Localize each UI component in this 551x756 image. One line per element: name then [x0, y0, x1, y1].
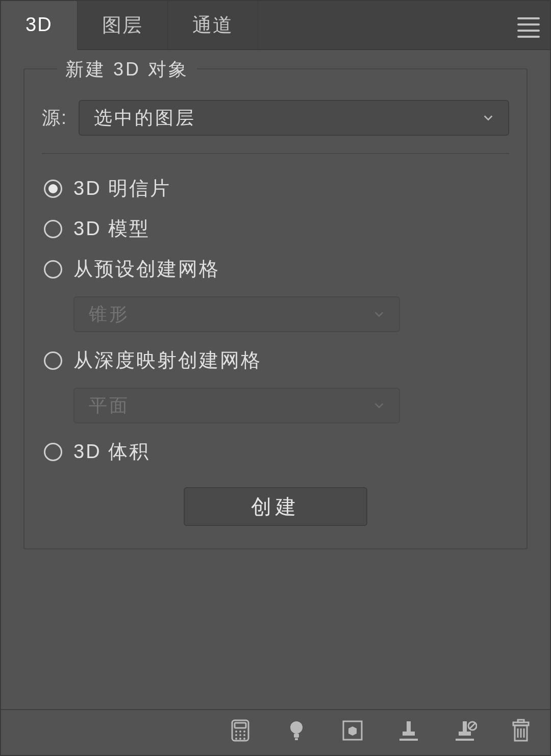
tab-channels[interactable]: 通道	[168, 1, 258, 49]
radio-3d-postcard[interactable]: 3D 明信片	[42, 168, 509, 209]
depth-shape-row: 平面	[73, 388, 509, 423]
svg-marker-15	[348, 726, 357, 736]
radio-label: 3D 体积	[73, 439, 150, 465]
source-select-value: 选中的图层	[94, 106, 196, 131]
svg-point-10	[243, 738, 245, 740]
svg-point-2	[235, 730, 237, 733]
source-label: 源:	[42, 106, 67, 131]
add-to-ground-icon[interactable]	[395, 717, 422, 744]
radio-icon	[44, 260, 62, 279]
svg-point-9	[239, 738, 241, 740]
svg-rect-1	[235, 723, 246, 728]
svg-rect-17	[403, 732, 415, 736]
preset-shape-row: 锥形	[73, 296, 509, 332]
panel-menu-icon[interactable]	[517, 17, 540, 38]
svg-point-11	[290, 721, 303, 734]
svg-rect-12	[294, 734, 299, 738]
fieldset-title: 新建 3D 对象	[57, 57, 197, 82]
preset-shape-value: 锥形	[89, 302, 130, 327]
source-row: 源: 选中的图层	[42, 100, 509, 136]
preset-shape-select: 锥形	[73, 296, 400, 332]
radio-label: 3D 明信片	[73, 175, 171, 201]
radio-3d-volume[interactable]: 3D 体积	[42, 432, 509, 472]
create-button-row: 创建	[42, 487, 509, 526]
tab-layers[interactable]: 图层	[78, 1, 168, 49]
svg-point-8	[235, 738, 237, 740]
radio-depth-mesh[interactable]: 从深度映射创建网格	[42, 340, 509, 381]
tab-3d[interactable]: 3D	[1, 1, 78, 51]
svg-rect-13	[295, 738, 298, 740]
radio-label: 从预设创建网格	[73, 256, 220, 282]
svg-point-7	[243, 734, 245, 736]
svg-line-23	[470, 723, 475, 728]
panel-content: 新建 3D 对象 源: 选中的图层 3D 明信片 3D 模型	[1, 50, 550, 709]
radio-icon	[44, 351, 62, 370]
divider	[42, 153, 509, 154]
source-select[interactable]: 选中的图层	[79, 100, 509, 136]
radio-label: 3D 模型	[73, 216, 150, 242]
svg-point-6	[239, 734, 241, 736]
radio-preset-mesh[interactable]: 从预设创建网格	[42, 249, 509, 289]
footer-icon-bar	[1, 709, 550, 755]
create-3d-fieldset: 新建 3D 对象 源: 选中的图层 3D 明信片 3D 模型	[23, 68, 528, 549]
new-light-icon[interactable]	[283, 717, 310, 744]
radio-3d-model[interactable]: 3D 模型	[42, 209, 509, 249]
svg-rect-29	[518, 720, 524, 722]
svg-rect-20	[459, 732, 471, 736]
svg-point-4	[243, 730, 245, 733]
depth-shape-select: 平面	[73, 388, 400, 423]
3d-panel-window: 3D 图层 通道 新建 3D 对象 源: 选中的图层	[0, 0, 551, 756]
create-button[interactable]: 创建	[184, 487, 367, 526]
render-settings-icon[interactable]	[227, 717, 254, 744]
delete-from-ground-icon[interactable]	[451, 717, 479, 744]
depth-shape-value: 平面	[89, 393, 130, 418]
svg-rect-16	[407, 721, 411, 732]
chevron-down-icon	[483, 112, 494, 123]
radio-icon	[44, 180, 62, 198]
chevron-down-icon	[373, 400, 385, 411]
trash-icon[interactable]	[507, 717, 535, 744]
svg-point-3	[239, 730, 241, 733]
radio-icon	[44, 220, 62, 238]
radio-icon	[44, 443, 62, 461]
new-scene-icon[interactable]	[339, 717, 366, 744]
chevron-down-icon	[373, 309, 385, 320]
svg-rect-18	[399, 739, 418, 741]
svg-rect-19	[463, 721, 467, 732]
radio-label: 从深度映射创建网格	[73, 347, 262, 373]
panel-tabstrip: 3D 图层 通道	[1, 1, 550, 50]
svg-rect-21	[456, 739, 474, 741]
svg-point-5	[235, 734, 237, 736]
